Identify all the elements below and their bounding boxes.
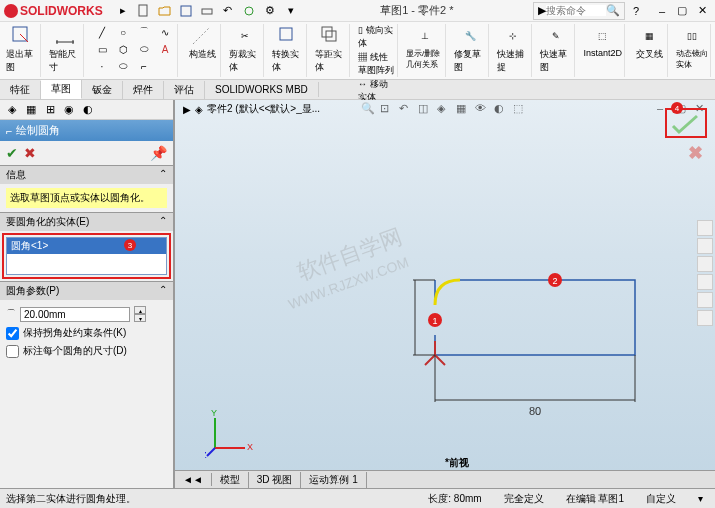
pattern-button[interactable]: ▦ 线性草图阵列 [358, 51, 395, 77]
smart-dimension-button[interactable]: 智能尺寸 [49, 24, 81, 74]
convert-entities-button[interactable]: 转换实体 [272, 24, 304, 74]
spin-up[interactable]: ▴ [134, 306, 146, 314]
zoom-fit-icon[interactable]: 🔍 [361, 102, 377, 118]
options2-icon[interactable]: ▾ [281, 2, 301, 20]
section-icon[interactable]: ◫ [418, 102, 434, 118]
params-section-header[interactable]: 圆角参数(P)⌃ [0, 282, 173, 300]
keep-constraints-row[interactable]: 保持拐角处约束条件(K) [6, 324, 167, 342]
close-button[interactable]: ✕ [693, 3, 711, 19]
circle-tool[interactable]: ○ [113, 24, 133, 40]
cancel-corner-icon[interactable]: ✖ [688, 142, 703, 164]
feature-tree-icon[interactable]: ◈ [4, 102, 20, 118]
tab-feature[interactable]: 特征 [0, 81, 41, 99]
tab-sketch[interactable]: 草图 [41, 80, 82, 99]
slot-tool[interactable]: ⬭ [113, 58, 133, 74]
point-tool[interactable]: · [92, 58, 112, 74]
custom-props-tab[interactable] [697, 310, 713, 326]
zoom-area-icon[interactable]: ⊡ [380, 102, 396, 118]
fillet-preview[interactable] [435, 280, 460, 305]
mirror-button[interactable]: ▯ 镜向实体 [358, 24, 395, 50]
quick-sketch-button[interactable]: ✎ 快速草图 [540, 24, 572, 74]
rect-edges[interactable] [435, 280, 635, 355]
tab-weld[interactable]: 焊件 [123, 81, 164, 99]
tab-mbd[interactable]: SOLIDWORKS MBD [205, 82, 319, 97]
appearance-icon[interactable]: ◐ [494, 102, 510, 118]
quick-sketch-icon: ✎ [544, 24, 568, 48]
tab-model[interactable]: 模型 [212, 472, 249, 488]
nav-prev[interactable]: ◄◄ [175, 473, 212, 486]
entities-section-header[interactable]: 要圆角化的实体(E)⌃ [0, 213, 173, 231]
display-style-icon[interactable]: ▦ [456, 102, 472, 118]
exit-sketch-button[interactable]: 退出草图 [6, 24, 38, 74]
spin-down[interactable]: ▾ [134, 314, 146, 322]
ok-button[interactable]: ✔ [6, 145, 18, 161]
status-menu-icon[interactable]: ▾ [692, 493, 709, 504]
search-arrow-icon[interactable]: ▶ [538, 4, 546, 17]
shaded-button[interactable]: ▦ 交叉线 [633, 24, 665, 61]
entity-list[interactable]: 圆角<1> 3 [6, 237, 167, 275]
dyn-mirror-button[interactable]: ▯▯ 动态镜向实体 [676, 24, 708, 70]
keep-constraints-checkbox[interactable] [6, 327, 19, 340]
offset-button[interactable]: 等距实体 [315, 24, 347, 74]
motion-tabs: ◄◄ 模型 3D 视图 运动算例 1 [175, 470, 715, 488]
dimxpert-icon[interactable]: ◉ [61, 102, 77, 118]
tab-motion[interactable]: 运动算例 1 [301, 472, 366, 488]
radius-input[interactable] [20, 307, 130, 322]
design-lib-tab[interactable] [697, 238, 713, 254]
info-section-header[interactable]: 信息⌃ [0, 166, 173, 184]
prev-view-icon[interactable]: ↶ [399, 102, 415, 118]
status-custom[interactable]: 自定义 [640, 492, 682, 506]
options-icon[interactable]: ⚙ [260, 2, 280, 20]
fillet-icon: ⌐ [6, 125, 12, 137]
rect-tool[interactable]: ▭ [92, 41, 112, 57]
help-icon[interactable]: ? [627, 3, 645, 19]
instant2d-button[interactable]: ⬚ Instant2D [583, 24, 622, 58]
view-palette-tab[interactable] [697, 274, 713, 290]
repair-button[interactable]: 🔧 修复草图 [454, 24, 486, 74]
rebuild-icon[interactable] [239, 2, 259, 20]
chevron-icon[interactable]: ▶ [183, 104, 191, 115]
restore-button[interactable]: ▢ [673, 3, 691, 19]
graphics-area[interactable]: ▶ ◈ 零件2 (默认<<默认>_显... 🔍 ⊡ ↶ ◫ ◈ ▦ 👁 ◐ ⬚ … [175, 100, 715, 488]
dim-each-checkbox[interactable] [6, 345, 19, 358]
trim-button[interactable]: ✂ 剪裁实体 [229, 24, 261, 74]
svg-rect-1 [181, 6, 191, 16]
line-tool[interactable]: ╱ [92, 24, 112, 40]
search-icon[interactable]: 🔍 [606, 4, 620, 17]
tab-eval[interactable]: 评估 [164, 81, 205, 99]
scene-icon[interactable]: ⬚ [513, 102, 529, 118]
file-new-icon[interactable] [134, 2, 154, 20]
fillet-tool[interactable]: ⌐ [134, 58, 154, 74]
dimension-width[interactable]: 80 [435, 355, 635, 417]
quick-snap-button[interactable]: ⊹ 快速捕捉 [497, 24, 529, 74]
construction-line-button[interactable]: 构造线 [186, 24, 218, 61]
pushpin-button[interactable]: 📌 [150, 145, 167, 161]
print-icon[interactable] [197, 2, 217, 20]
polygon-tool[interactable]: ⬡ [113, 41, 133, 57]
entity-item[interactable]: 圆角<1> 3 [7, 238, 166, 254]
display-relations-button[interactable]: ⊥ 显示/删除几何关系 [406, 24, 443, 70]
config-icon[interactable]: ⊞ [42, 102, 58, 118]
minimize-button[interactable]: – [653, 3, 671, 19]
undo-icon[interactable]: ↶ [218, 2, 238, 20]
display-icon[interactable]: ◐ [80, 102, 96, 118]
hide-show-icon[interactable]: 👁 [475, 102, 491, 118]
ellipse-tool[interactable]: ⬭ [134, 41, 154, 57]
search-input[interactable] [546, 5, 606, 16]
text-tool[interactable]: A [155, 41, 175, 57]
save-icon[interactable] [176, 2, 196, 20]
file-explorer-tab[interactable] [697, 256, 713, 272]
resources-tab[interactable] [697, 220, 713, 236]
dim-each-row[interactable]: 标注每个圆角的尺寸(D) [6, 342, 167, 360]
cancel-button[interactable]: ✖ [24, 145, 36, 161]
new-button[interactable]: ▸ [113, 2, 133, 20]
spline-tool[interactable]: ∿ [155, 24, 175, 40]
tab-sheet[interactable]: 钣金 [82, 81, 123, 99]
arc-tool[interactable]: ⌒ [134, 24, 154, 40]
property-mgr-icon[interactable]: ▦ [23, 102, 39, 118]
breadcrumb-text[interactable]: 零件2 (默认<<默认>_显... [207, 102, 320, 116]
appearances-tab[interactable] [697, 292, 713, 308]
view-orient-icon[interactable]: ◈ [437, 102, 453, 118]
tab-3dview[interactable]: 3D 视图 [249, 472, 302, 488]
open-icon[interactable] [155, 2, 175, 20]
